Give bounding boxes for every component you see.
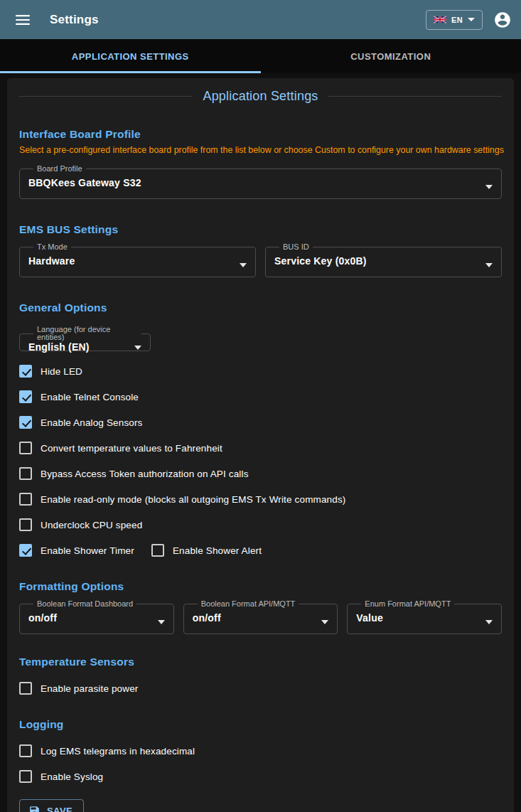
dropdown-arrow-icon [134,346,141,350]
language-select[interactable]: Language (for device entities) English (… [19,326,151,351]
checkbox-convert-fahrenheit[interactable]: Convert temperature values to Fahrenheit [19,442,222,454]
divider [19,96,193,97]
page-header-title: Settings [50,13,99,27]
checkbox-enable-analog-sensors[interactable]: Enable Analog Sensors [19,416,143,429]
dropdown-arrow-icon [485,185,493,189]
bus-id-select[interactable]: BUS ID Service Key (0x0B) [265,243,502,277]
save-button[interactable]: SAVE [19,799,84,812]
page-title: Application Settings [203,89,318,104]
section-heading-temperature: Temperature Sensors [19,656,502,668]
dropdown-arrow-icon [485,620,493,624]
section-heading-logging: Logging [19,718,502,731]
menu-icon [16,15,30,25]
checkbox-label: Enable Telnet Console [41,392,139,402]
field-value: on/off [193,612,329,624]
section-heading-interface-board: Interface Board Profile [19,128,502,141]
checkbox-label: Convert temperature values to Fahrenheit [41,443,222,454]
checkbox-icon[interactable] [19,770,32,783]
section-heading-general-options: General Options [19,301,502,314]
checkbox-enable-shower-alert[interactable]: Enable Shower Alert [151,544,262,557]
field-label: Boolean Format API/MQTT [198,600,299,608]
enum-format-api-select[interactable]: Enum Format API/MQTT Value [347,600,502,634]
field-value: BBQKees Gateway S32 [28,177,493,188]
field-label: Enum Format API/MQTT [361,600,454,608]
tab-bar: APPLICATION SETTINGS CUSTOMIZATION [0,39,521,73]
checkbox-read-only-mode[interactable]: Enable read-only mode (blocks all outgoi… [19,493,345,506]
uk-flag-icon [434,16,446,23]
divider [328,96,502,97]
checkbox-icon[interactable] [19,518,32,531]
language-code: EN [451,16,463,24]
checkbox-icon[interactable] [19,744,32,757]
dropdown-arrow-icon [321,620,328,624]
checkbox-label: Enable Shower Timer [41,545,134,556]
checkbox-label: Enable Shower Alert [173,545,262,556]
checkbox-bypass-access-token[interactable]: Bypass Access Token authorization on API… [19,467,249,480]
boolean-format-dashboard-select[interactable]: Boolean Format Dashboard on/off [19,600,174,634]
field-label: Board Profile [33,165,86,173]
checkbox-log-ems-hex[interactable]: Log EMS telegrams in hexadecimal [19,744,195,757]
menu-button[interactable] [9,6,37,34]
checkbox-icon[interactable] [19,682,32,695]
field-label: BUS ID [279,243,313,251]
checkbox-label: Bypass Access Token authorization on API… [41,469,249,479]
account-button[interactable] [493,10,512,30]
section-heading-formatting: Formatting Options [19,580,502,593]
checkbox-label: Underclock CPU speed [41,520,142,530]
section-description: Select a pre-configured interface board … [19,145,502,155]
board-profile-select[interactable]: Board Profile BBQKees Gateway S32 [19,165,502,199]
checkbox-label: Hide LED [41,366,82,377]
dropdown-arrow-icon [240,263,247,267]
app-header: Settings EN [0,0,521,39]
checkbox-label: Enable read-only mode (blocks all outgoi… [41,494,345,505]
field-value: Service Key (0x0B) [274,255,493,267]
dropdown-arrow-icon [485,263,493,267]
checkbox-icon[interactable] [19,493,32,506]
checkbox-icon[interactable] [19,365,32,378]
field-label: Language (for device entities) [33,326,141,341]
dropdown-arrow-icon [158,620,165,624]
checkbox-label: Enable Analog Sensors [41,417,143,428]
checkbox-hide-led[interactable]: Hide LED [19,365,82,378]
field-value: Value [356,612,493,624]
checkbox-label: Enable Syslog [41,771,103,782]
checkbox-label: Log EMS telegrams in hexadecimal [41,746,195,757]
language-selector[interactable]: EN [426,10,483,30]
checkbox-underclock-cpu[interactable]: Underclock CPU speed [19,518,142,531]
checkbox-icon[interactable] [19,467,32,480]
caret-down-icon [468,18,475,21]
checkbox-icon[interactable] [151,544,164,557]
tab-customization[interactable]: CUSTOMIZATION [261,39,521,73]
field-value: English (EN) [28,341,141,353]
checkbox-icon[interactable] [19,442,32,454]
save-button-label: SAVE [47,806,72,812]
checkbox-icon[interactable] [19,390,32,403]
tx-mode-select[interactable]: Tx Mode Hardware [19,243,256,277]
field-label: Boolean Format Dashboard [33,600,136,608]
account-circle-icon [493,11,512,29]
field-value: on/off [28,612,165,624]
checkbox-icon[interactable] [19,416,32,429]
checkbox-enable-telnet-console[interactable]: Enable Telnet Console [19,390,139,403]
field-label: Tx Mode [33,243,71,251]
checkbox-enable-syslog[interactable]: Enable Syslog [19,770,103,783]
checkbox-enable-parasite-power[interactable]: Enable parasite power [19,682,138,695]
tab-application-settings[interactable]: APPLICATION SETTINGS [0,39,261,73]
general-options-checklist: Hide LED Enable Telnet Console Enable An… [19,358,502,563]
field-value: Hardware [28,255,247,267]
boolean-format-api-select[interactable]: Boolean Format API/MQTT on/off [183,600,338,634]
save-icon [28,805,41,812]
tab-label: CUSTOMIZATION [350,51,431,62]
checkbox-icon[interactable] [19,544,32,557]
settings-card: Application Settings Interface Board Pro… [7,78,514,812]
checkbox-label: Enable parasite power [41,683,138,694]
checkbox-enable-shower-timer[interactable]: Enable Shower Timer [19,544,134,557]
section-heading-ems-bus: EMS BUS Settings [19,223,502,236]
tab-label: APPLICATION SETTINGS [72,51,189,62]
page-title-row: Application Settings [19,88,502,104]
